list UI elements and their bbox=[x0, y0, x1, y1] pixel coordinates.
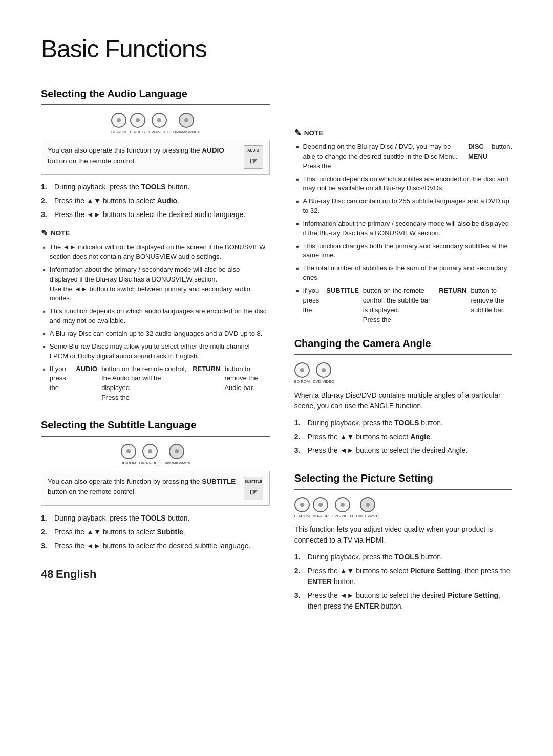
subtitle-note-title: ✎ NOTE bbox=[294, 127, 512, 139]
subtitle-note-item-3: A Blu-ray Disc can contain up to 255 sub… bbox=[296, 197, 512, 216]
subtitle-info-text: You can also operate this function by pr… bbox=[48, 477, 239, 498]
audio-info-box: You can also operate this function by pr… bbox=[41, 140, 270, 175]
audio-note-list: The ◄► indicator will not be displayed o… bbox=[41, 243, 270, 403]
audio-remote-button: AUDIO ☞ bbox=[244, 145, 263, 169]
subtitle-step-1: 1. During playback, press the TOOLS butt… bbox=[41, 513, 270, 524]
subtitle-language-title: Selecting the Subtitle Language bbox=[41, 417, 270, 433]
subtitle-remote-button: SUBTITLE ☞ bbox=[244, 477, 263, 500]
subtitle-note-item-1: Depending on the Blu-ray Disc / DVD, you… bbox=[296, 142, 512, 171]
camera-intro: When a Blu-ray Disc/DVD contains multipl… bbox=[294, 390, 512, 412]
subtitle-info-box: You can also operate this function by pr… bbox=[41, 471, 270, 506]
picture-disc-bdrer: BD-RE/R bbox=[313, 497, 329, 519]
audio-note-title: ✎ NOTE bbox=[41, 227, 270, 240]
subtitle-disc-dvd: DVD-VIDEO bbox=[139, 444, 161, 466]
subtitle-divider bbox=[41, 436, 270, 437]
right-column: ✎ NOTE Depending on the Blu-ray Disc / D… bbox=[294, 86, 512, 626]
subtitle-step-2: 2. Press the ▲▼ buttons to select Subtit… bbox=[41, 527, 270, 537]
audio-note-item-6: If you press the AUDIO button on the rem… bbox=[43, 364, 270, 403]
audio-disc-icons: BD-ROM BD-RE/R DVD-VIDEO DivX/MKV/MP4 bbox=[41, 113, 270, 135]
subtitle-note-item-6: The total number of subtitles is the sum… bbox=[296, 264, 512, 283]
audio-step-1: 1. During playback, press the TOOLS butt… bbox=[41, 182, 270, 192]
camera-steps: 1. During playback, press the TOOLS butt… bbox=[294, 418, 512, 456]
audio-note-item-1: The ◄► indicator will not be displayed o… bbox=[43, 243, 270, 262]
camera-step-2: 2. Press the ▲▼ buttons to select Angle. bbox=[294, 431, 512, 442]
camera-disc-bdrom: BD-ROM bbox=[294, 362, 310, 384]
disc-icon-dvdvideo: DVD-VIDEO bbox=[148, 113, 170, 135]
picture-divider bbox=[294, 489, 512, 490]
audio-note-item-5: Some Blu-ray Discs may allow you to sele… bbox=[43, 342, 270, 361]
subtitle-note-item-4: Information about the primary / secondar… bbox=[296, 219, 512, 239]
picture-step-1: 1. During playback, press the TOOLS butt… bbox=[294, 552, 512, 563]
camera-angle-title: Changing the Camera Angle bbox=[294, 336, 512, 351]
subtitle-note-item-2: This function depends on which subtitles… bbox=[296, 175, 512, 194]
audio-note-item-3: This function depends on which audio lan… bbox=[43, 307, 270, 326]
left-column: Selecting the Audio Language BD-ROM BD-R… bbox=[41, 86, 270, 626]
picture-setting-section: Selecting the Picture Setting BD-ROM BD-… bbox=[294, 470, 512, 612]
picture-setting-title: Selecting the Picture Setting bbox=[294, 470, 512, 486]
subtitle-disc-icons: BD-ROM DVD-VIDEO DivX/MKV/MP4 bbox=[41, 444, 270, 466]
subtitle-disc-bdrom: BD-ROM bbox=[120, 444, 136, 466]
picture-disc-dvd: DVD-VIDEO bbox=[332, 497, 353, 519]
camera-step-3: 3. Press the ◄► buttons to select the de… bbox=[294, 445, 512, 456]
subtitle-step-3: 3. Press the ◄► buttons to select the de… bbox=[41, 541, 270, 551]
audio-note: ✎ NOTE The ◄► indicator will not be disp… bbox=[41, 227, 270, 403]
subtitle-note: ✎ NOTE Depending on the Blu-ray Disc / D… bbox=[294, 127, 512, 325]
picture-step-3: 3. Press the ◄► buttons to select the de… bbox=[294, 590, 512, 612]
page-number: 48 English bbox=[41, 566, 270, 582]
camera-angle-section: Changing the Camera Angle BD-ROM DVD-VID… bbox=[294, 336, 512, 456]
picture-disc-icons: BD-ROM BD-RE/R DVD-VIDEO DVD+RW/+R bbox=[294, 497, 512, 519]
audio-step-2: 2. Press the ▲▼ buttons to select Audio. bbox=[41, 196, 270, 206]
picture-disc-bdrom: BD-ROM bbox=[294, 497, 310, 519]
page-title: Basic Functions bbox=[41, 31, 512, 68]
picture-step-2: 2. Press the ▲▼ buttons to select Pictur… bbox=[294, 566, 512, 587]
audio-divider bbox=[41, 104, 270, 105]
audio-note-item-4: A Blu-ray Disc can contain up to 32 audi… bbox=[43, 329, 270, 339]
audio-note-item-2: Information about the primary / secondar… bbox=[43, 265, 270, 304]
audio-steps: 1. During playback, press the TOOLS butt… bbox=[41, 182, 270, 220]
camera-disc-dvd: DVD-VIDEO bbox=[313, 362, 334, 384]
disc-icon-bdrom: BD-ROM bbox=[111, 113, 126, 135]
audio-language-section: Selecting the Audio Language BD-ROM BD-R… bbox=[41, 86, 270, 403]
audio-language-title: Selecting the Audio Language bbox=[41, 86, 270, 101]
audio-info-text: You can also operate this function by pr… bbox=[48, 145, 239, 166]
picture-intro: This function lets you adjust video qual… bbox=[294, 524, 512, 546]
subtitle-note-list: Depending on the Blu-ray Disc / DVD, you… bbox=[294, 142, 512, 325]
picture-steps: 1. During playback, press the TOOLS butt… bbox=[294, 552, 512, 612]
subtitle-note-item-5: This function changes both the primary a… bbox=[296, 242, 512, 261]
subtitle-note-item-7: If you press the SUBTITLE button on the … bbox=[296, 286, 512, 325]
camera-disc-icons: BD-ROM DVD-VIDEO bbox=[294, 362, 512, 384]
disc-icon-divx: DivX/MKV/MP4 bbox=[173, 113, 200, 135]
subtitle-disc-divx: DivX/MKV/MP4 bbox=[164, 444, 190, 466]
camera-step-1: 1. During playback, press the TOOLS butt… bbox=[294, 418, 512, 428]
subtitle-language-section: Selecting the Subtitle Language BD-ROM D… bbox=[41, 417, 270, 551]
disc-icon-bdrer: BD-RE/R bbox=[130, 113, 145, 135]
camera-divider bbox=[294, 354, 512, 355]
audio-step-3: 3. Press the ◄► buttons to select the de… bbox=[41, 209, 270, 220]
picture-disc-dvdrw: DVD+RW/+R bbox=[356, 497, 379, 519]
subtitle-steps: 1. During playback, press the TOOLS butt… bbox=[41, 513, 270, 551]
